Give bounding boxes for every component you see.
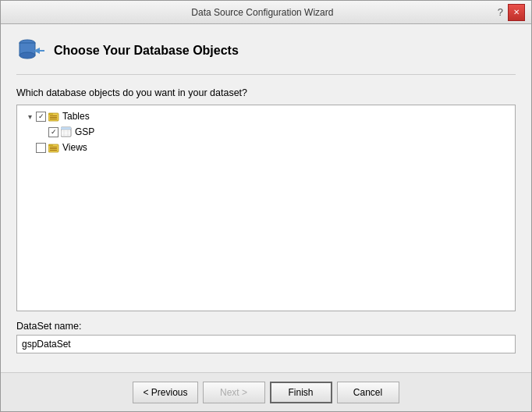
wizard-window: Data Source Configuration Wizard ? ✕ Cho… (0, 0, 532, 412)
gsp-checkbox[interactable]: ✓ (48, 127, 59, 137)
svg-rect-8 (50, 117, 57, 118)
svg-point-2 (20, 52, 35, 59)
tables-checkbox[interactable]: ✓ (36, 112, 46, 122)
tables-expand-arrow[interactable]: ▾ (23, 110, 36, 123)
tree-item-gsp[interactable]: ✓ GSP (20, 124, 512, 140)
button-bar: < Previous Next > Finish Cancel (1, 372, 531, 411)
svg-rect-6 (48, 113, 53, 115)
wizard-content: Choose Your Database Objects Which datab… (1, 24, 531, 372)
svg-rect-20 (50, 148, 57, 149)
wizard-title: Choose Your Database Objects (54, 44, 239, 58)
title-bar-buttons: ? ✕ (495, 4, 525, 21)
svg-rect-16 (61, 127, 71, 130)
views-folder-icon (48, 141, 60, 154)
views-no-arrow (23, 141, 36, 154)
previous-button[interactable]: < Previous (133, 382, 197, 403)
database-objects-tree[interactable]: ▾ ✓ Tables ✓ (16, 105, 516, 311)
svg-rect-21 (50, 150, 57, 151)
wizard-header: Choose Your Database Objects (16, 37, 516, 75)
views-label: Views (62, 142, 87, 153)
dataset-name-input[interactable] (16, 335, 516, 353)
svg-rect-19 (50, 147, 57, 147)
cancel-button[interactable]: Cancel (337, 382, 399, 403)
tree-item-tables[interactable]: ▾ ✓ Tables (20, 108, 512, 124)
svg-rect-9 (50, 119, 57, 119)
window-title: Data Source Configuration Wizard (30, 7, 495, 18)
instruction-text: Which database objects do you want in yo… (16, 87, 516, 98)
next-button[interactable]: Next > (203, 382, 265, 403)
tables-label: Tables (62, 111, 90, 122)
tables-folder-icon (48, 110, 60, 123)
tree-item-views[interactable]: Views (20, 140, 512, 155)
title-bar: Data Source Configuration Wizard ? ✕ (1, 1, 531, 24)
views-checkbox[interactable] (36, 143, 46, 153)
finish-button[interactable]: Finish (270, 382, 332, 403)
database-icon (16, 37, 44, 65)
gsp-no-arrow (36, 126, 48, 138)
help-button[interactable]: ? (495, 6, 506, 18)
gsp-table-icon (60, 126, 73, 138)
svg-rect-7 (50, 115, 57, 116)
svg-rect-18 (48, 144, 53, 146)
gsp-label: GSP (75, 126, 94, 137)
dataset-label: DataSet name: (16, 321, 516, 332)
dataset-section: DataSet name: (16, 321, 516, 353)
close-button[interactable]: ✕ (508, 4, 525, 21)
